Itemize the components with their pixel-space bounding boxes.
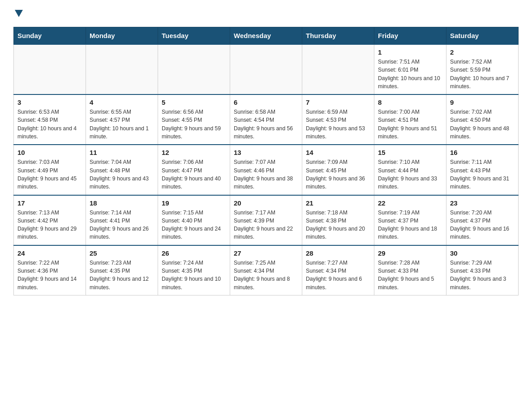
day-number: 3 xyxy=(17,98,82,106)
day-number: 26 xyxy=(162,249,226,257)
calendar-cell: 11Sunrise: 7:04 AM Sunset: 4:48 PM Dayli… xyxy=(86,145,158,195)
calendar-cell: 12Sunrise: 7:06 AM Sunset: 4:47 PM Dayli… xyxy=(158,145,230,195)
day-number: 28 xyxy=(306,249,370,257)
calendar-cell: 7Sunrise: 6:59 AM Sunset: 4:53 PM Daylig… xyxy=(302,94,374,145)
day-number: 14 xyxy=(306,149,370,156)
day-info: Sunrise: 7:14 AM Sunset: 4:41 PM Dayligh… xyxy=(90,209,154,241)
calendar-cell: 4Sunrise: 6:55 AM Sunset: 4:57 PM Daylig… xyxy=(86,94,158,145)
calendar-cell: 9Sunrise: 7:02 AM Sunset: 4:50 PM Daylig… xyxy=(446,94,519,145)
day-number: 13 xyxy=(234,149,298,156)
day-number: 5 xyxy=(162,98,226,106)
day-number: 20 xyxy=(234,199,298,207)
calendar-cell: 6Sunrise: 6:58 AM Sunset: 4:54 PM Daylig… xyxy=(230,94,302,145)
calendar-cell: 19Sunrise: 7:15 AM Sunset: 4:40 PM Dayli… xyxy=(158,195,230,245)
calendar-cell: 25Sunrise: 7:23 AM Sunset: 4:35 PM Dayli… xyxy=(86,245,158,295)
calendar-cell: 1Sunrise: 7:51 AM Sunset: 6:01 PM Daylig… xyxy=(374,44,446,94)
calendar-header-monday: Monday xyxy=(86,27,158,45)
calendar-cell: 27Sunrise: 7:25 AM Sunset: 4:34 PM Dayli… xyxy=(230,245,302,295)
day-number: 17 xyxy=(17,199,82,207)
day-info: Sunrise: 7:10 AM Sunset: 4:44 PM Dayligh… xyxy=(378,158,442,191)
calendar-cell: 21Sunrise: 7:18 AM Sunset: 4:38 PM Dayli… xyxy=(302,195,374,245)
day-number: 6 xyxy=(234,98,298,106)
calendar-cell: 2Sunrise: 7:52 AM Sunset: 5:59 PM Daylig… xyxy=(446,44,519,94)
day-number: 30 xyxy=(450,249,515,257)
calendar-cell xyxy=(230,44,302,94)
logo xyxy=(13,9,23,19)
day-number: 21 xyxy=(306,199,370,207)
day-info: Sunrise: 7:18 AM Sunset: 4:38 PM Dayligh… xyxy=(306,209,370,241)
day-info: Sunrise: 7:13 AM Sunset: 4:42 PM Dayligh… xyxy=(17,209,82,241)
day-number: 9 xyxy=(450,98,515,106)
day-number: 12 xyxy=(162,149,226,156)
calendar-cell xyxy=(158,44,230,94)
calendar-week-row: 3Sunrise: 6:53 AM Sunset: 4:58 PM Daylig… xyxy=(14,94,519,145)
day-info: Sunrise: 7:24 AM Sunset: 4:35 PM Dayligh… xyxy=(162,259,226,291)
calendar-week-row: 1Sunrise: 7:51 AM Sunset: 6:01 PM Daylig… xyxy=(14,44,519,94)
day-info: Sunrise: 7:20 AM Sunset: 4:37 PM Dayligh… xyxy=(450,209,515,241)
calendar-header-tuesday: Tuesday xyxy=(158,27,230,45)
calendar-header-saturday: Saturday xyxy=(446,27,519,45)
calendar-header-thursday: Thursday xyxy=(302,27,374,45)
calendar-cell: 5Sunrise: 6:56 AM Sunset: 4:55 PM Daylig… xyxy=(158,94,230,145)
calendar-cell: 13Sunrise: 7:07 AM Sunset: 4:46 PM Dayli… xyxy=(230,145,302,195)
day-info: Sunrise: 7:22 AM Sunset: 4:36 PM Dayligh… xyxy=(17,259,82,291)
calendar-cell: 16Sunrise: 7:11 AM Sunset: 4:43 PM Dayli… xyxy=(446,145,519,195)
day-number: 8 xyxy=(378,98,442,106)
day-info: Sunrise: 7:15 AM Sunset: 4:40 PM Dayligh… xyxy=(162,209,226,241)
calendar-cell: 26Sunrise: 7:24 AM Sunset: 4:35 PM Dayli… xyxy=(158,245,230,295)
calendar-cell: 17Sunrise: 7:13 AM Sunset: 4:42 PM Dayli… xyxy=(14,195,86,245)
day-info: Sunrise: 7:17 AM Sunset: 4:39 PM Dayligh… xyxy=(234,209,298,241)
calendar-cell: 22Sunrise: 7:19 AM Sunset: 4:37 PM Dayli… xyxy=(374,195,446,245)
calendar-cell: 3Sunrise: 6:53 AM Sunset: 4:58 PM Daylig… xyxy=(14,94,86,145)
svg-marker-0 xyxy=(15,10,23,17)
calendar-cell: 15Sunrise: 7:10 AM Sunset: 4:44 PM Dayli… xyxy=(374,145,446,195)
calendar-week-row: 17Sunrise: 7:13 AM Sunset: 4:42 PM Dayli… xyxy=(14,195,519,245)
day-number: 18 xyxy=(90,199,154,207)
calendar-cell xyxy=(14,44,86,94)
day-number: 19 xyxy=(162,199,226,207)
day-info: Sunrise: 7:04 AM Sunset: 4:48 PM Dayligh… xyxy=(90,158,154,191)
day-info: Sunrise: 7:25 AM Sunset: 4:34 PM Dayligh… xyxy=(234,259,298,291)
calendar-cell xyxy=(302,44,374,94)
calendar-header-sunday: Sunday xyxy=(14,27,86,45)
day-info: Sunrise: 7:23 AM Sunset: 4:35 PM Dayligh… xyxy=(90,259,154,291)
day-info: Sunrise: 6:53 AM Sunset: 4:58 PM Dayligh… xyxy=(17,108,82,141)
calendar-week-row: 10Sunrise: 7:03 AM Sunset: 4:49 PM Dayli… xyxy=(14,145,519,195)
calendar-cell: 24Sunrise: 7:22 AM Sunset: 4:36 PM Dayli… xyxy=(14,245,86,295)
day-info: Sunrise: 6:56 AM Sunset: 4:55 PM Dayligh… xyxy=(162,108,226,141)
day-info: Sunrise: 6:58 AM Sunset: 4:54 PM Dayligh… xyxy=(234,108,298,141)
day-number: 29 xyxy=(378,249,442,257)
day-info: Sunrise: 7:27 AM Sunset: 4:34 PM Dayligh… xyxy=(306,259,370,291)
day-number: 15 xyxy=(378,149,442,156)
day-number: 27 xyxy=(234,249,298,257)
day-info: Sunrise: 6:59 AM Sunset: 4:53 PM Dayligh… xyxy=(306,108,370,141)
calendar-cell: 8Sunrise: 7:00 AM Sunset: 4:51 PM Daylig… xyxy=(374,94,446,145)
calendar-header-row: SundayMondayTuesdayWednesdayThursdayFrid… xyxy=(14,27,519,45)
calendar-cell: 20Sunrise: 7:17 AM Sunset: 4:39 PM Dayli… xyxy=(230,195,302,245)
day-number: 16 xyxy=(450,149,515,156)
day-number: 22 xyxy=(378,199,442,207)
day-info: Sunrise: 7:09 AM Sunset: 4:45 PM Dayligh… xyxy=(306,158,370,191)
day-info: Sunrise: 7:02 AM Sunset: 4:50 PM Dayligh… xyxy=(450,108,515,141)
calendar-cell: 29Sunrise: 7:28 AM Sunset: 4:33 PM Dayli… xyxy=(374,245,446,295)
day-number: 25 xyxy=(90,249,154,257)
calendar-cell: 28Sunrise: 7:27 AM Sunset: 4:34 PM Dayli… xyxy=(302,245,374,295)
day-number: 23 xyxy=(450,199,515,207)
day-number: 10 xyxy=(17,149,82,156)
calendar-table: SundayMondayTuesdayWednesdayThursdayFrid… xyxy=(13,27,519,295)
day-info: Sunrise: 7:19 AM Sunset: 4:37 PM Dayligh… xyxy=(378,209,442,241)
day-info: Sunrise: 7:06 AM Sunset: 4:47 PM Dayligh… xyxy=(162,158,226,191)
calendar-cell: 10Sunrise: 7:03 AM Sunset: 4:49 PM Dayli… xyxy=(14,145,86,195)
calendar-cell: 23Sunrise: 7:20 AM Sunset: 4:37 PM Dayli… xyxy=(446,195,519,245)
day-info: Sunrise: 7:28 AM Sunset: 4:33 PM Dayligh… xyxy=(378,259,442,291)
calendar-week-row: 24Sunrise: 7:22 AM Sunset: 4:36 PM Dayli… xyxy=(14,245,519,295)
page-header xyxy=(13,9,519,19)
day-info: Sunrise: 7:00 AM Sunset: 4:51 PM Dayligh… xyxy=(378,108,442,141)
day-number: 1 xyxy=(378,48,442,56)
calendar-cell: 18Sunrise: 7:14 AM Sunset: 4:41 PM Dayli… xyxy=(86,195,158,245)
day-number: 11 xyxy=(90,149,154,156)
day-number: 7 xyxy=(306,98,370,106)
day-info: Sunrise: 7:03 AM Sunset: 4:49 PM Dayligh… xyxy=(17,158,82,191)
calendar-cell: 30Sunrise: 7:29 AM Sunset: 4:33 PM Dayli… xyxy=(446,245,519,295)
calendar-cell: 14Sunrise: 7:09 AM Sunset: 4:45 PM Dayli… xyxy=(302,145,374,195)
